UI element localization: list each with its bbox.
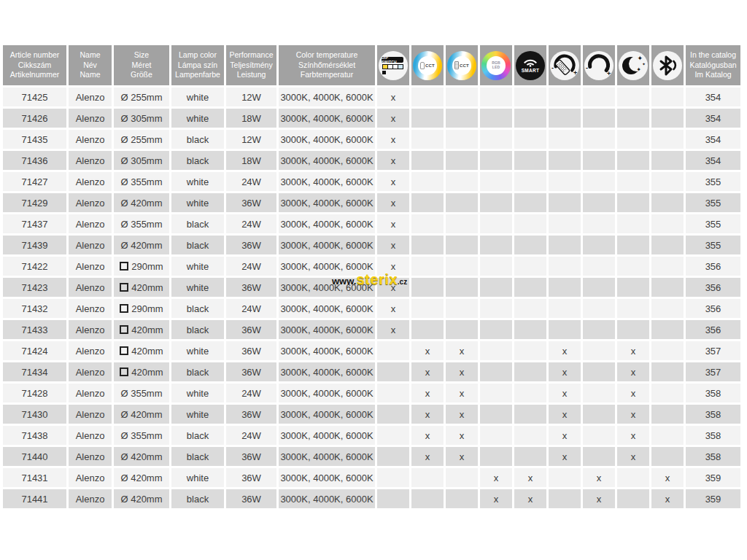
cell-feature-mark	[617, 193, 649, 212]
cell-feature-mark	[651, 88, 684, 106]
cell-size: Ø 355mm	[114, 384, 169, 402]
cell-feature-mark	[480, 320, 512, 339]
square-shape-icon	[120, 325, 128, 334]
cell-performance: 36W	[226, 193, 276, 212]
col-header-cct: CCT	[411, 45, 444, 85]
cell-catalog-page: 354	[686, 88, 740, 106]
dip-switch-label: DIP SWITCH	[382, 57, 403, 63]
cell-feature-mark	[411, 172, 444, 191]
cell-feature-mark: x	[651, 489, 684, 508]
cell-feature-mark	[446, 299, 478, 318]
cell-feature-mark	[651, 320, 684, 339]
cell-size: 420mm	[114, 320, 169, 339]
cell-catalog-page: 355	[686, 214, 740, 233]
cell-color-temperature: 3000K, 4000K, 6000K	[279, 447, 375, 466]
cell-name: Alenzo	[69, 88, 112, 106]
cell-feature-mark	[617, 278, 649, 297]
cell-feature-mark	[583, 362, 615, 381]
cell-feature-mark	[583, 341, 615, 360]
cell-size: Ø 420mm	[114, 489, 169, 508]
cell-lamp-color: black	[171, 151, 224, 170]
cell-feature-mark	[411, 320, 444, 339]
cell-feature-mark: x	[549, 447, 581, 466]
remote-dimming-icon: - +	[550, 51, 579, 80]
cell-size: Ø 355mm	[114, 426, 169, 445]
cell-feature-mark	[583, 447, 615, 466]
cell-performance: 18W	[226, 151, 276, 170]
cell-feature-mark: x	[377, 130, 409, 149]
cell-lamp-color: white	[171, 278, 224, 297]
col-header-rgb-led: RGB LED	[480, 45, 512, 85]
cell-feature-mark: x	[651, 468, 684, 487]
cell-feature-mark	[651, 193, 684, 212]
col-header-remote-dimming: - +	[549, 45, 581, 85]
cell-feature-mark	[480, 130, 512, 149]
cell-feature-mark	[446, 172, 478, 191]
col-header-lamp-color: Lamp color Lámpa szín Lampenfarbe	[171, 45, 224, 85]
cell-feature-mark	[583, 257, 615, 276]
cell-feature-mark	[617, 320, 649, 339]
cell-feature-mark	[617, 489, 649, 508]
cell-feature-mark	[446, 278, 478, 297]
cell-color-temperature: 3000K, 4000K, 6000K	[279, 214, 375, 233]
cell-feature-mark	[514, 447, 546, 466]
cell-feature-mark	[514, 341, 546, 360]
cell-color-temperature: 3000K, 4000K, 6000K	[279, 236, 375, 254]
cell-lamp-color: white	[171, 109, 224, 128]
cell-feature-mark: x	[549, 341, 581, 360]
cell-feature-mark	[549, 130, 581, 149]
svg-text:-: -	[586, 64, 588, 71]
cell-color-temperature: 3000K, 4000K, 6000K	[279, 362, 375, 381]
cell-catalog-page: 354	[686, 109, 740, 128]
cell-feature-mark	[480, 384, 512, 402]
cell-article-number: 71429	[3, 193, 66, 212]
cell-catalog-page: 356	[686, 257, 740, 276]
col-header-dimmer: - +	[583, 45, 615, 85]
cell-size: Ø 305mm	[114, 151, 169, 170]
cell-feature-mark: x	[377, 299, 409, 318]
cell-feature-mark: x	[583, 468, 615, 487]
cell-feature-mark	[651, 236, 684, 254]
cell-size: 420mm	[114, 278, 169, 297]
cct-remote-icon: CCT	[447, 51, 476, 80]
cell-catalog-page: 354	[686, 130, 740, 149]
cell-feature-mark	[651, 278, 684, 297]
cell-size: 290mm	[114, 257, 169, 276]
col-header-name: Name Név Name	[69, 45, 112, 85]
cell-feature-mark	[617, 214, 649, 233]
cell-feature-mark	[617, 236, 649, 254]
cell-feature-mark	[583, 384, 615, 402]
cell-feature-mark	[549, 172, 581, 191]
svg-text:-: -	[551, 64, 554, 71]
col-header-catalog: In the catalog Katalógusban Im Katalog	[686, 45, 740, 85]
cell-performance: 24W	[226, 172, 276, 191]
cell-lamp-color: white	[171, 341, 224, 360]
cell-feature-mark	[446, 489, 478, 508]
cell-feature-mark	[480, 362, 512, 381]
dimmer-icon: - +	[584, 51, 614, 80]
cell-feature-mark	[514, 257, 546, 276]
cell-catalog-page: 355	[686, 172, 740, 191]
cell-name: Alenzo	[69, 214, 112, 233]
cell-feature-mark	[377, 447, 409, 466]
cell-performance: 36W	[226, 320, 276, 339]
cell-feature-mark: x	[617, 384, 649, 402]
cell-lamp-color: black	[171, 214, 224, 233]
cell-performance: 36W	[226, 405, 276, 424]
cell-feature-mark: x	[411, 362, 444, 381]
col-header-smart: SMART	[514, 45, 546, 85]
cell-performance: 12W	[226, 88, 276, 106]
cell-catalog-page: 357	[686, 341, 740, 360]
cell-feature-mark	[514, 236, 546, 254]
cell-feature-mark	[514, 214, 546, 233]
col-header-night-mode: ✦ ✦ ✦	[617, 45, 649, 85]
cell-lamp-color: black	[171, 299, 224, 318]
sterix-watermark: www.sterix.cz	[332, 271, 407, 288]
cell-article-number: 71422	[3, 257, 66, 276]
cell-article-number: 71434	[3, 362, 66, 381]
cell-feature-mark	[514, 384, 546, 402]
cell-feature-mark	[446, 468, 478, 487]
cell-size: Ø 255mm	[114, 88, 169, 106]
cell-feature-mark: x	[549, 405, 581, 424]
cell-feature-mark	[617, 299, 649, 318]
